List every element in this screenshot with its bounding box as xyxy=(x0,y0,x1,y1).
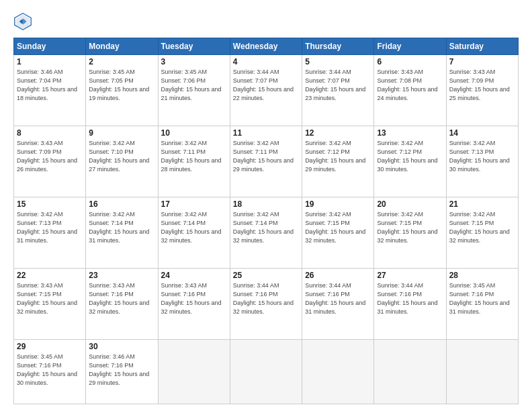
day-number: 28 xyxy=(449,271,515,280)
day-cell-1: 1Sunrise: 3:46 AM Sunset: 7:04 PM Daylig… xyxy=(14,55,86,126)
day-cell-10: 10Sunrise: 3:42 AM Sunset: 7:11 PM Dayli… xyxy=(158,126,230,197)
day-number: 7 xyxy=(449,57,515,66)
day-cell-18: 18Sunrise: 3:42 AM Sunset: 7:14 PM Dayli… xyxy=(230,197,302,268)
header xyxy=(13,12,519,31)
day-number: 14 xyxy=(449,128,515,138)
weekday-sunday: Sunday xyxy=(14,38,86,55)
day-cell-17: 17Sunrise: 3:42 AM Sunset: 7:14 PM Dayli… xyxy=(158,197,230,268)
weekday-header-row: SundayMondayTuesdayWednesdayThursdayFrid… xyxy=(14,38,519,55)
day-number: 29 xyxy=(17,342,83,351)
day-info: Sunrise: 3:46 AM Sunset: 7:16 PM Dayligh… xyxy=(89,353,154,387)
calendar-week-3: 15Sunrise: 3:42 AM Sunset: 7:13 PM Dayli… xyxy=(14,197,519,268)
day-info: Sunrise: 3:46 AM Sunset: 7:04 PM Dayligh… xyxy=(17,68,83,103)
logo xyxy=(13,12,35,31)
day-cell-12: 12Sunrise: 3:42 AM Sunset: 7:12 PM Dayli… xyxy=(302,126,374,197)
weekday-monday: Monday xyxy=(86,38,158,55)
day-cell-3: 3Sunrise: 3:45 AM Sunset: 7:06 PM Daylig… xyxy=(158,55,230,126)
empty-cell xyxy=(302,339,374,404)
day-info: Sunrise: 3:42 AM Sunset: 7:11 PM Dayligh… xyxy=(233,139,299,174)
day-number: 18 xyxy=(233,199,299,209)
calendar-week-1: 1Sunrise: 3:46 AM Sunset: 7:04 PM Daylig… xyxy=(14,55,519,126)
day-cell-14: 14Sunrise: 3:42 AM Sunset: 7:13 PM Dayli… xyxy=(446,126,518,197)
day-cell-24: 24Sunrise: 3:43 AM Sunset: 7:16 PM Dayli… xyxy=(158,268,230,339)
weekday-thursday: Thursday xyxy=(302,38,374,55)
day-info: Sunrise: 3:43 AM Sunset: 7:15 PM Dayligh… xyxy=(17,281,83,316)
page: SundayMondayTuesdayWednesdayThursdayFrid… xyxy=(0,0,532,411)
empty-cell xyxy=(374,339,446,404)
day-number: 4 xyxy=(233,57,299,66)
day-cell-15: 15Sunrise: 3:42 AM Sunset: 7:13 PM Dayli… xyxy=(14,197,86,268)
day-number: 15 xyxy=(17,199,83,209)
day-cell-11: 11Sunrise: 3:42 AM Sunset: 7:11 PM Dayli… xyxy=(230,126,302,197)
day-cell-26: 26Sunrise: 3:44 AM Sunset: 7:16 PM Dayli… xyxy=(302,268,374,339)
day-info: Sunrise: 3:44 AM Sunset: 7:16 PM Dayligh… xyxy=(233,281,299,316)
day-number: 19 xyxy=(305,199,371,209)
day-info: Sunrise: 3:42 AM Sunset: 7:12 PM Dayligh… xyxy=(305,139,371,174)
day-cell-2: 2Sunrise: 3:45 AM Sunset: 7:05 PM Daylig… xyxy=(86,55,158,126)
day-info: Sunrise: 3:45 AM Sunset: 7:16 PM Dayligh… xyxy=(449,281,515,316)
day-cell-16: 16Sunrise: 3:42 AM Sunset: 7:14 PM Dayli… xyxy=(86,197,158,268)
day-cell-20: 20Sunrise: 3:42 AM Sunset: 7:15 PM Dayli… xyxy=(374,197,446,268)
day-number: 25 xyxy=(233,271,299,280)
day-info: Sunrise: 3:42 AM Sunset: 7:15 PM Dayligh… xyxy=(305,210,371,245)
day-number: 9 xyxy=(89,128,154,138)
empty-cell xyxy=(446,339,518,404)
day-info: Sunrise: 3:42 AM Sunset: 7:10 PM Dayligh… xyxy=(89,139,154,174)
day-cell-6: 6Sunrise: 3:43 AM Sunset: 7:08 PM Daylig… xyxy=(374,55,446,126)
day-number: 11 xyxy=(233,128,299,138)
day-number: 24 xyxy=(161,271,227,280)
day-number: 23 xyxy=(89,271,154,280)
day-number: 30 xyxy=(89,342,154,351)
weekday-wednesday: Wednesday xyxy=(230,38,302,55)
day-cell-30: 30Sunrise: 3:46 AM Sunset: 7:16 PM Dayli… xyxy=(86,339,158,404)
day-cell-22: 22Sunrise: 3:43 AM Sunset: 7:15 PM Dayli… xyxy=(14,268,86,339)
day-number: 16 xyxy=(89,199,154,209)
day-cell-25: 25Sunrise: 3:44 AM Sunset: 7:16 PM Dayli… xyxy=(230,268,302,339)
day-cell-19: 19Sunrise: 3:42 AM Sunset: 7:15 PM Dayli… xyxy=(302,197,374,268)
day-number: 21 xyxy=(449,199,515,209)
logo-icon xyxy=(13,12,32,31)
day-info: Sunrise: 3:44 AM Sunset: 7:16 PM Dayligh… xyxy=(305,281,371,316)
weekday-friday: Friday xyxy=(374,38,446,55)
weekday-tuesday: Tuesday xyxy=(158,38,230,55)
day-cell-13: 13Sunrise: 3:42 AM Sunset: 7:12 PM Dayli… xyxy=(374,126,446,197)
day-info: Sunrise: 3:43 AM Sunset: 7:09 PM Dayligh… xyxy=(17,139,83,174)
day-number: 1 xyxy=(17,57,83,66)
day-number: 20 xyxy=(377,199,443,209)
day-cell-8: 8Sunrise: 3:43 AM Sunset: 7:09 PM Daylig… xyxy=(14,126,86,197)
day-cell-21: 21Sunrise: 3:42 AM Sunset: 7:15 PM Dayli… xyxy=(446,197,518,268)
day-info: Sunrise: 3:42 AM Sunset: 7:14 PM Dayligh… xyxy=(89,210,154,245)
day-cell-9: 9Sunrise: 3:42 AM Sunset: 7:10 PM Daylig… xyxy=(86,126,158,197)
day-number: 10 xyxy=(161,128,227,138)
day-number: 12 xyxy=(305,128,371,138)
day-info: Sunrise: 3:42 AM Sunset: 7:14 PM Dayligh… xyxy=(233,210,299,245)
empty-cell xyxy=(230,339,302,404)
day-info: Sunrise: 3:43 AM Sunset: 7:08 PM Dayligh… xyxy=(377,68,443,103)
day-info: Sunrise: 3:42 AM Sunset: 7:14 PM Dayligh… xyxy=(161,210,227,245)
day-info: Sunrise: 3:44 AM Sunset: 7:07 PM Dayligh… xyxy=(233,68,299,103)
day-info: Sunrise: 3:43 AM Sunset: 7:09 PM Dayligh… xyxy=(449,68,515,103)
day-info: Sunrise: 3:45 AM Sunset: 7:06 PM Dayligh… xyxy=(161,68,227,103)
calendar-week-5: 29Sunrise: 3:45 AM Sunset: 7:16 PM Dayli… xyxy=(14,339,519,404)
day-cell-29: 29Sunrise: 3:45 AM Sunset: 7:16 PM Dayli… xyxy=(14,339,86,404)
day-number: 13 xyxy=(377,128,443,138)
day-info: Sunrise: 3:42 AM Sunset: 7:15 PM Dayligh… xyxy=(377,210,443,245)
day-info: Sunrise: 3:45 AM Sunset: 7:16 PM Dayligh… xyxy=(17,353,83,387)
day-cell-23: 23Sunrise: 3:43 AM Sunset: 7:16 PM Dayli… xyxy=(86,268,158,339)
day-info: Sunrise: 3:42 AM Sunset: 7:13 PM Dayligh… xyxy=(449,139,515,174)
day-number: 22 xyxy=(17,271,83,280)
calendar-table: SundayMondayTuesdayWednesdayThursdayFrid… xyxy=(13,38,519,404)
day-info: Sunrise: 3:44 AM Sunset: 7:07 PM Dayligh… xyxy=(305,68,371,103)
day-info: Sunrise: 3:42 AM Sunset: 7:13 PM Dayligh… xyxy=(17,210,83,245)
day-info: Sunrise: 3:42 AM Sunset: 7:11 PM Dayligh… xyxy=(161,139,227,174)
day-cell-4: 4Sunrise: 3:44 AM Sunset: 7:07 PM Daylig… xyxy=(230,55,302,126)
weekday-saturday: Saturday xyxy=(446,38,518,55)
calendar-week-4: 22Sunrise: 3:43 AM Sunset: 7:15 PM Dayli… xyxy=(14,268,519,339)
day-info: Sunrise: 3:42 AM Sunset: 7:12 PM Dayligh… xyxy=(377,139,443,174)
day-info: Sunrise: 3:43 AM Sunset: 7:16 PM Dayligh… xyxy=(89,281,154,316)
day-cell-27: 27Sunrise: 3:44 AM Sunset: 7:16 PM Dayli… xyxy=(374,268,446,339)
day-cell-5: 5Sunrise: 3:44 AM Sunset: 7:07 PM Daylig… xyxy=(302,55,374,126)
day-number: 17 xyxy=(161,199,227,209)
day-info: Sunrise: 3:42 AM Sunset: 7:15 PM Dayligh… xyxy=(449,210,515,245)
day-cell-7: 7Sunrise: 3:43 AM Sunset: 7:09 PM Daylig… xyxy=(446,55,518,126)
